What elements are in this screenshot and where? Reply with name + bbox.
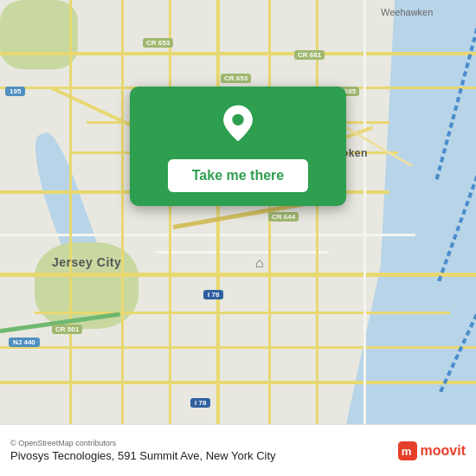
bottom-bar: © OpenStreetMap contributors Pivosys Tec… xyxy=(0,424,476,476)
road-h6 xyxy=(0,234,415,236)
nj-badge-195: 195 xyxy=(5,87,25,96)
location-pin-icon xyxy=(216,104,260,147)
road-v4 xyxy=(216,0,220,424)
moovit-icon: m xyxy=(398,441,417,460)
park-upper xyxy=(0,0,78,69)
nj-badge-440: NJ 440 xyxy=(9,338,40,347)
weehawken-label: Weehawken xyxy=(381,7,433,17)
moovit-brand-text: moovit xyxy=(421,443,466,459)
cr-badge-681: CR 681 xyxy=(294,50,325,60)
bottom-left-info: © OpenStreetMap contributors Pivosys Tec… xyxy=(10,439,276,462)
svg-text:m: m xyxy=(401,445,411,458)
take-me-there-button[interactable]: Take me there xyxy=(168,159,308,192)
map-container: CR 653 CR 653 CR 681 CR 685 CR 644 CR 50… xyxy=(0,0,476,424)
location-text: Pivosys Tecnologies, 591 Summit Ave, New… xyxy=(10,449,276,462)
attribution-text: © OpenStreetMap contributors xyxy=(10,439,276,447)
cr-badge-653-mid: CR 653 xyxy=(221,74,251,83)
moovit-logo: m moovit xyxy=(398,441,466,460)
road-v1 xyxy=(69,0,72,424)
svg-point-1 xyxy=(232,114,243,125)
cr-badge-653-top: CR 653 xyxy=(143,38,173,48)
i78-badge-2: I 78 xyxy=(190,398,210,408)
road-v3 xyxy=(169,0,171,424)
road-v7 xyxy=(363,0,366,424)
jersey-city-label: Jersey City xyxy=(52,255,121,269)
road-v2 xyxy=(121,0,124,424)
road-h11 xyxy=(156,251,329,254)
road-h8 xyxy=(35,312,450,314)
cr-badge-644: CR 644 xyxy=(268,212,299,222)
cr-badge-501: CR 501 xyxy=(52,325,82,334)
road-v6 xyxy=(316,0,318,424)
map-cursor-icon: ⌂ xyxy=(255,255,264,271)
i78-badge-1: I 78 xyxy=(203,290,223,299)
map-background: CR 653 CR 653 CR 681 CR 685 CR 644 CR 50… xyxy=(0,0,476,424)
popup-card: Take me there xyxy=(130,87,346,206)
